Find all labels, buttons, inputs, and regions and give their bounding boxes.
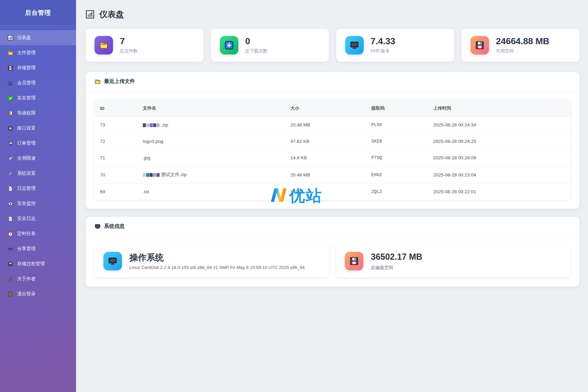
folder-icon (95, 36, 113, 54)
sidebar-item-label: 退出登录 (17, 291, 36, 297)
recent-uploads-body: ID文件名大小提取码上传时间 73.zip20.48 MBPL9X2025-08… (86, 91, 579, 209)
cell-id: 73 (95, 117, 137, 133)
recent-uploads-header: 最近上传文件 (86, 72, 579, 91)
censored-pixel (157, 123, 160, 127)
censored-pixel (153, 173, 156, 177)
stats-row: 7总文件数0总下载次数7.4.33PHP 版本24664.88 MB可用空间 (86, 29, 579, 62)
sidebar-item-file-management[interactable]: 文件管理 (0, 45, 76, 60)
link-icon (8, 246, 13, 252)
monitor-icon (95, 223, 101, 230)
cell-code: PL9X (366, 117, 428, 133)
cell-filename: .jpg (137, 150, 285, 166)
shield-icon (8, 110, 13, 116)
recent-uploads-card: 最近上传文件 ID文件名大小提取码上传时间 73.zip20.48 MBPL9X… (86, 72, 579, 209)
sidebar-item-label: 存储过程管理 (17, 261, 45, 267)
sidebar-item-dashboard[interactable]: 仪表盘 (0, 30, 76, 45)
table-row: 73.zip20.48 MBPL9X2025-08-28 00:24:34 (95, 117, 571, 133)
sidebar-item-order-management[interactable]: 订单管理 (0, 136, 76, 151)
stat-value: 7 (120, 36, 138, 46)
cell-size: 14.8 KB (285, 150, 366, 166)
table-header-row: ID文件名大小提取码上传时间 (95, 100, 571, 117)
cell-code: EHGZ (366, 166, 428, 184)
sidebar-item-share-management[interactable]: 分享管理 (0, 241, 76, 256)
sidebar-item-member-management[interactable]: 会员管理 (0, 75, 76, 90)
cell-filename: 测试文件.zip (137, 166, 285, 184)
table-row: 72logo3.png47.82 KBSKEB2025-08-28 00:24:… (95, 133, 571, 150)
system-info-card: 系统信息 操作系统Linux CentOs8.2.2 4.18.0-193.el… (86, 217, 579, 286)
table-row: 69.txt149 B2QL22025-08-28 00:22:01 (95, 184, 571, 200)
censored-pixel (153, 123, 156, 127)
system-info-title: 系统信息 (104, 223, 125, 230)
person-icon (8, 276, 13, 282)
sidebar-item-level-permission[interactable]: 等级权限 (0, 106, 76, 121)
system-card-title: 操作系统 (129, 253, 304, 262)
sidebar-item-log-management[interactable]: 日志管理 (0, 181, 76, 196)
stat-label: 总下载次数 (245, 48, 267, 54)
sidebar-item-label: 仪表盘 (17, 35, 31, 41)
system-info-body: 操作系统Linux CentOs8.2.2 4.18.0-193.el8.x86… (86, 236, 579, 286)
stat-value: 7.4.33 (371, 36, 395, 46)
system-card-os: 操作系统Linux CentOs8.2.2 4.18.0-193.el8.x86… (95, 245, 329, 278)
sidebar-item-api-settings[interactable]: 接口设置 (0, 121, 76, 136)
censored-pixel (150, 123, 153, 127)
sidebar-item-label: 存储管理 (17, 65, 36, 71)
floppy-icon (8, 65, 13, 71)
cell-filename: logo3.png (137, 133, 285, 150)
sidebar-item-system-settings[interactable]: 系统设置 (0, 166, 76, 181)
cell-time: 2025-08-28 00:24:09 (428, 150, 571, 166)
sidebar: 后台管理 仪表盘文件管理存储管理会员管理实名管理等级权限接口设置订单管理全局限速… (0, 0, 76, 392)
folder-icon (95, 78, 101, 85)
rocket-icon (8, 156, 13, 161)
sidebar-item-label: 分享管理 (17, 246, 36, 252)
sidebar-item-security-log[interactable]: 安全日志 (0, 211, 76, 226)
stat-card-total-files: 7总文件数 (86, 29, 203, 62)
sidebar-item-label: 等级权限 (17, 110, 36, 116)
monitor-icon (345, 36, 364, 54)
app-title: 后台管理 (0, 0, 76, 25)
censored-pixel (157, 173, 160, 177)
table-row: 71.jpg14.8 KBP7SQ2025-08-28 00:24:09 (95, 150, 571, 166)
stat-card-php-version: 7.4.33PHP 版本 (336, 29, 454, 62)
system-card-subtitle: 总磁盘空间 (371, 265, 422, 271)
stat-label: PHP 版本 (371, 48, 395, 54)
column-header: ID (95, 100, 137, 117)
cell-code: SKEB (366, 133, 428, 150)
cell-time: 2025-08-28 00:23:04 (428, 166, 571, 184)
uploads-table: ID文件名大小提取码上传时间 73.zip20.48 MBPL9X2025-08… (95, 100, 571, 200)
system-card-title: 36502.17 MB (371, 252, 422, 262)
sidebar-item-label: 全局限速 (17, 155, 36, 161)
sidebar-item-label: 文件管理 (17, 50, 36, 56)
sidebar-item-label: 会员管理 (17, 80, 36, 86)
sidebar-item-label: 实名管理 (17, 95, 36, 101)
system-cards: 操作系统Linux CentOs8.2.2 4.18.0-193.el8.x86… (95, 245, 571, 278)
stat-card-total-downloads: 0总下载次数 (211, 29, 329, 62)
monitor-icon (103, 252, 122, 270)
sidebar-item-logout[interactable]: 退出登录 (0, 286, 76, 302)
table-row: 70测试文件.zip20.48 MBEHGZ2025-08-28 00:23:0… (95, 166, 571, 184)
stat-card-free-space: 24664.88 MB可用空间 (462, 29, 579, 62)
stat-label: 可用空间 (496, 48, 549, 54)
cell-filename: .zip (137, 117, 285, 133)
sidebar-item-scheduled-tasks[interactable]: 定时任务 (0, 226, 76, 241)
censored-pixel (146, 173, 149, 177)
main-content: 仪表盘 7总文件数0总下载次数7.4.33PHP 版本24664.88 MB可用… (76, 0, 588, 392)
cell-id: 69 (95, 184, 137, 200)
sidebar-item-stored-procedure-management[interactable]: 存储过程管理 (0, 256, 76, 271)
stat-label: 总文件数 (120, 48, 138, 54)
sidebar-item-global-speed-limit[interactable]: 全局限速 (0, 151, 76, 166)
cell-size: 149 B (285, 184, 366, 200)
column-header: 上传时间 (428, 100, 571, 117)
sidebar-item-about-author[interactable]: 关于作者 (0, 271, 76, 286)
column-header: 大小 (285, 100, 366, 117)
column-header: 提取码 (366, 100, 428, 117)
cell-time: 2025-08-28 00:22:01 (428, 184, 571, 200)
sidebar-item-security-monitor[interactable]: 安全监控 (0, 196, 76, 211)
system-info-header: 系统信息 (86, 217, 579, 236)
users-icon (8, 80, 13, 86)
sidebar-item-realname-management[interactable]: 实名管理 (0, 90, 76, 106)
sidebar-item-storage-management[interactable]: 存储管理 (0, 60, 76, 75)
chart-icon (8, 35, 13, 41)
recent-uploads-title: 最近上传文件 (104, 78, 135, 85)
gear-icon (8, 125, 13, 131)
cell-filename: .txt (137, 184, 285, 200)
